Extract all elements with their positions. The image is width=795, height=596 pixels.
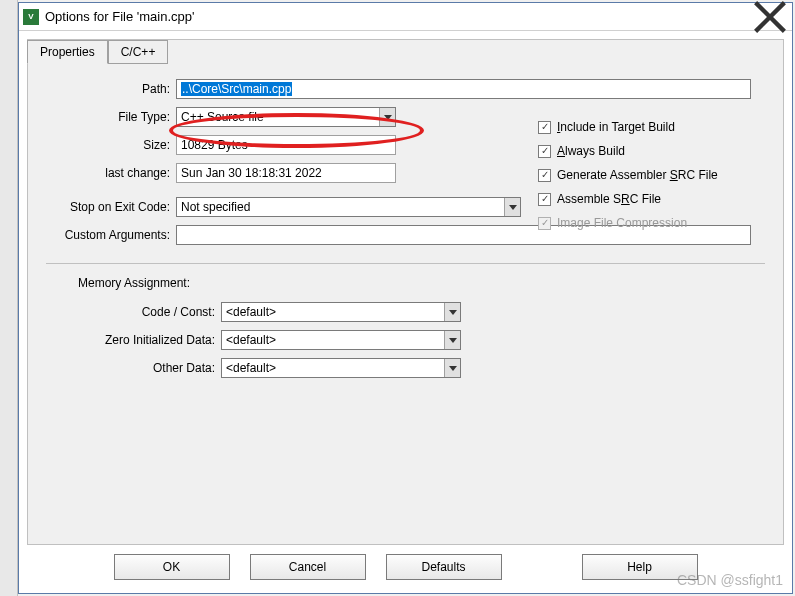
cancel-button[interactable]: Cancel (250, 554, 366, 580)
dialog-window: V Options for File 'main.cpp' Properties… (18, 2, 793, 594)
chevron-down-icon[interactable] (504, 198, 520, 216)
filetype-dropdown[interactable]: C++ Source file (176, 107, 396, 127)
divider (46, 263, 765, 264)
img-compress-label: Image File Compression (557, 216, 687, 230)
check-always-build[interactable]: ✓ Always Build (538, 144, 718, 158)
button-bar: OK Cancel Defaults Help (27, 549, 784, 585)
close-icon[interactable] (752, 6, 788, 28)
check-gen-src[interactable]: ✓ Generate Assembler SRC File (538, 168, 718, 182)
help-button[interactable]: Help (582, 554, 698, 580)
tab-cpp[interactable]: C/C++ (108, 40, 169, 64)
titlebar[interactable]: V Options for File 'main.cpp' (19, 3, 792, 31)
path-field[interactable]: ..\Core\Src\main.cpp (176, 79, 751, 99)
code-dropdown[interactable]: <default> (221, 302, 461, 322)
filetype-label: File Type: (46, 110, 176, 124)
lastchange-value: Sun Jan 30 18:18:31 2022 (176, 163, 396, 183)
checkbox-icon: ✓ (538, 217, 551, 230)
tab-strip: Properties C/C++ (27, 39, 783, 63)
window-title: Options for File 'main.cpp' (45, 9, 752, 24)
exitcode-label: Stop on Exit Code: (46, 200, 176, 214)
lastchange-label: last change: (46, 166, 176, 180)
checkbox-icon[interactable]: ✓ (538, 169, 551, 182)
path-value: ..\Core\Src\main.cpp (181, 82, 292, 96)
customargs-label: Custom Arguments: (46, 228, 176, 242)
content-panel: Properties C/C++ Path: ..\Core\Src\main.… (27, 39, 784, 545)
check-asm-src[interactable]: ✓ Assemble SRC File (538, 192, 718, 206)
zero-label: Zero Initialized Data: (46, 333, 221, 347)
other-value: <default> (222, 361, 444, 375)
ok-button[interactable]: OK (114, 554, 230, 580)
filetype-value: C++ Source file (177, 110, 379, 124)
zero-value: <default> (222, 333, 444, 347)
code-value: <default> (222, 305, 444, 319)
checkbox-icon[interactable]: ✓ (538, 145, 551, 158)
exitcode-dropdown[interactable]: Not specified (176, 197, 521, 217)
path-label: Path: (46, 82, 176, 96)
exitcode-value: Not specified (177, 200, 504, 214)
defaults-button[interactable]: Defaults (386, 554, 502, 580)
other-dropdown[interactable]: <default> (221, 358, 461, 378)
checkbox-icon[interactable]: ✓ (538, 193, 551, 206)
chevron-down-icon[interactable] (444, 359, 460, 377)
check-img-compress: ✓ Image File Compression (538, 216, 718, 230)
chevron-down-icon[interactable] (379, 108, 395, 126)
chevron-down-icon[interactable] (444, 331, 460, 349)
checkbox-group: ✓ Include in Target Build ✓ Always Build… (538, 120, 718, 230)
memory-title: Memory Assignment: (78, 276, 765, 290)
check-include-build[interactable]: ✓ Include in Target Build (538, 120, 718, 134)
other-label: Other Data: (46, 361, 221, 375)
zero-dropdown[interactable]: <default> (221, 330, 461, 350)
app-icon: V (23, 9, 39, 25)
tab-body: Path: ..\Core\Src\main.cpp File Type: C+… (28, 63, 783, 402)
size-label: Size: (46, 138, 176, 152)
tab-properties[interactable]: Properties (27, 40, 108, 64)
size-value: 10829 Bytes (176, 135, 396, 155)
chevron-down-icon[interactable] (444, 303, 460, 321)
code-label: Code / Const: (46, 305, 221, 319)
checkbox-icon[interactable]: ✓ (538, 121, 551, 134)
